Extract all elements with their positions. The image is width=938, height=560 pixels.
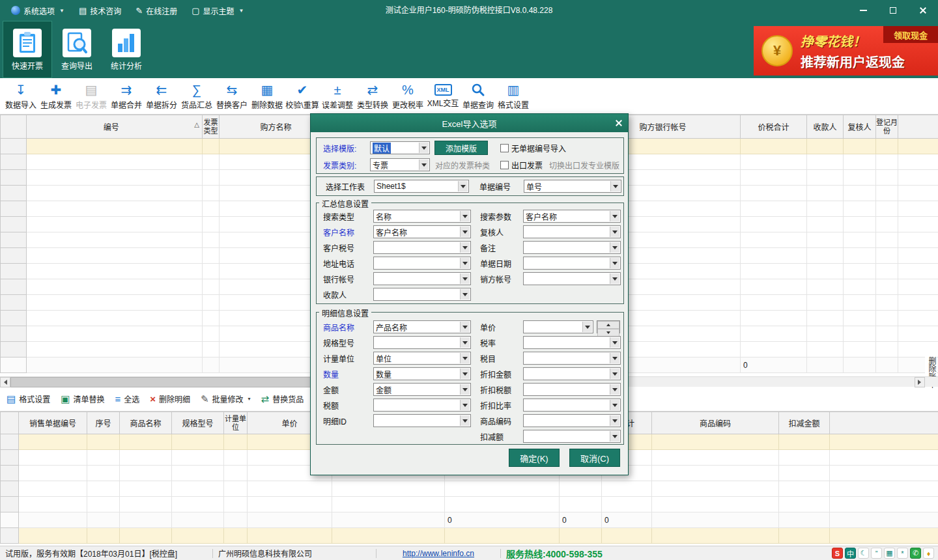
toolbar-item-error-adjust[interactable]: ±误差调整 xyxy=(320,79,354,113)
cancel-button[interactable]: 取消(C) xyxy=(569,449,620,467)
detail-replace-goods[interactable]: ⇄替换货品 xyxy=(261,393,304,404)
detail-field-combo[interactable] xyxy=(523,414,621,427)
toolbar-item-type-convert[interactable]: ⇄类型转换 xyxy=(356,79,390,113)
toolbar-query-export[interactable]: 查询导出 xyxy=(52,21,102,78)
sort-icon[interactable]: △ xyxy=(194,121,199,128)
scroll-right-button[interactable] xyxy=(915,377,925,387)
detail-list-replace[interactable]: ▣清单替换 xyxy=(61,393,104,404)
toolbox-icon[interactable]: * xyxy=(897,548,908,559)
col-spec-model[interactable]: 规格型号 xyxy=(172,412,224,434)
key-icon[interactable]: ♦ xyxy=(923,548,934,559)
menu-tech-support[interactable]: ▤ 技术咨询 xyxy=(72,0,128,21)
punctuation-icon[interactable]: ” xyxy=(871,548,882,559)
detail-format-settings[interactable]: ▤格式设置 xyxy=(7,393,50,404)
menu-system-options[interactable]: 系统选项 ▼ xyxy=(4,0,72,21)
col-sales-doc-no[interactable]: 销售单据编号 xyxy=(19,412,87,434)
minimize-button[interactable] xyxy=(848,0,878,21)
detail-field-combo[interactable]: 产品名称 xyxy=(373,320,471,333)
toolbar-item-doc-query[interactable]: 单据查询 xyxy=(461,79,495,113)
menu-display-theme[interactable]: ▢ 显示主题 ▼ xyxy=(184,0,251,21)
half-full-width-icon[interactable]: ☾ xyxy=(858,548,869,559)
keyboard-icon[interactable]: ▦ xyxy=(884,548,895,559)
col-reg-month[interactable]: 登记月份 xyxy=(876,115,898,139)
col-extra[interactable] xyxy=(830,412,938,434)
col-goods-code[interactable]: 商品编码 xyxy=(652,412,779,434)
summary-field-combo[interactable] xyxy=(373,272,471,285)
col-invoice-type[interactable]: 发票类型 xyxy=(203,115,220,139)
toolbar-item-split-docs[interactable]: ⇇单据拆分 xyxy=(145,79,178,113)
dialog-close-button[interactable] xyxy=(614,118,624,128)
detail-field-combo[interactable]: 数量 xyxy=(373,367,471,380)
table-row[interactable] xyxy=(1,497,938,512)
summary-field-combo[interactable] xyxy=(523,225,621,238)
col-extra[interactable] xyxy=(898,115,938,139)
toolbar-item-goods-summary[interactable]: ∑货品汇总 xyxy=(180,79,214,113)
spin-up-icon[interactable] xyxy=(597,321,619,329)
col-number[interactable]: 编号△ xyxy=(27,115,203,139)
template-combo[interactable]: 默认 xyxy=(370,141,430,154)
detail-field-combo[interactable] xyxy=(523,367,621,380)
col-selector[interactable] xyxy=(1,412,19,434)
ad-banner[interactable]: ¥ 挣零花钱！ 领取现金 推荐新用户返现金 xyxy=(754,26,938,76)
detail-field-combo[interactable] xyxy=(523,320,593,333)
toolbar-item-merge-docs[interactable]: ⇉单据合并 xyxy=(109,79,143,113)
summary-field-combo[interactable] xyxy=(373,288,471,301)
sogou-icon[interactable]: S xyxy=(832,548,843,559)
summary-field-combo[interactable]: 客户名称 xyxy=(523,210,621,223)
dialog-titlebar[interactable]: Excel导入选项 xyxy=(311,114,628,132)
col-selector[interactable] xyxy=(1,115,27,139)
worksheet-combo[interactable]: Sheet1$ xyxy=(374,180,469,193)
detail-field-combo[interactable] xyxy=(523,336,621,349)
detail-field-combo[interactable] xyxy=(523,383,621,396)
col-total[interactable]: 价税合计 xyxy=(741,115,807,139)
detail-field-combo[interactable] xyxy=(523,430,621,443)
detail-batch-edit[interactable]: ✎批量修改▾ xyxy=(201,393,251,404)
phone-icon[interactable]: ✆ xyxy=(910,548,921,559)
col-reviewer[interactable]: 复核人 xyxy=(844,115,876,139)
summary-field-combo[interactable] xyxy=(523,272,621,285)
chinese-mode-icon[interactable]: 中 xyxy=(845,548,856,559)
toolbar-item-data-import[interactable]: ↧数据导入 xyxy=(4,79,38,113)
maximize-button[interactable] xyxy=(878,0,908,21)
detail-field-combo[interactable]: 单位 xyxy=(373,352,471,365)
toolbar-item-create-invoice[interactable]: ✚生成发票 xyxy=(39,79,73,113)
summary-field-combo[interactable]: 名称 xyxy=(373,210,471,223)
col-unit[interactable]: 计量单位 xyxy=(224,412,248,434)
invoice-type-combo[interactable]: 专票 xyxy=(370,158,430,171)
toolbar-item-replace-customer[interactable]: ⇆替换客户 xyxy=(215,79,249,113)
toolbar-item-change-taxrate[interactable]: %更改税率 xyxy=(391,79,425,113)
detail-field-combo[interactable] xyxy=(373,399,471,412)
detail-field-combo[interactable]: 金额 xyxy=(373,383,471,396)
detail-field-combo[interactable] xyxy=(373,414,471,427)
summary-field-combo[interactable]: 客户名称 xyxy=(373,225,471,238)
docno-combo[interactable]: 单号 xyxy=(524,180,621,193)
col-deduct-amount[interactable]: 扣减金额 xyxy=(779,412,830,434)
unit-price-spinner[interactable] xyxy=(597,320,620,333)
detail-delete-detail[interactable]: ×删除明细 xyxy=(150,393,190,404)
summary-field-combo[interactable] xyxy=(523,257,621,270)
col-goods-name[interactable]: 商品名称 xyxy=(120,412,172,434)
summary-field-combo[interactable] xyxy=(523,241,621,254)
scroll-left-button[interactable] xyxy=(0,377,10,387)
col-seq-no[interactable]: 序号 xyxy=(87,412,120,434)
no-docno-checkbox[interactable] xyxy=(500,144,509,152)
toolbar-item-format-settings[interactable]: ▥格式设置 xyxy=(496,79,530,113)
add-template-button[interactable]: 添加模版 xyxy=(434,141,488,155)
detail-field-combo[interactable] xyxy=(523,399,621,412)
toolbar-quick-invoice[interactable]: 快速开票 xyxy=(3,21,52,78)
close-button[interactable] xyxy=(908,0,938,21)
toolbar-item-verify-recalc[interactable]: ✔校验\重算 xyxy=(285,79,319,113)
summary-field-combo[interactable] xyxy=(373,257,471,270)
menu-online-register[interactable]: ✎ 在线注册 xyxy=(128,0,184,21)
ad-badge[interactable]: 领取现金 xyxy=(883,26,938,43)
toolbar-item-delete-data[interactable]: ▦删除数据 xyxy=(250,79,284,113)
table-row[interactable] xyxy=(1,481,938,497)
ok-button[interactable]: 确定(K) xyxy=(509,449,560,467)
summary-field-combo[interactable] xyxy=(373,241,471,254)
website-link[interactable]: http://www.leninfo.cn xyxy=(377,549,500,558)
col-payee[interactable]: 收款人 xyxy=(807,115,844,139)
detail-field-combo[interactable] xyxy=(523,352,621,365)
table-row[interactable] xyxy=(1,528,938,544)
detail-field-combo[interactable] xyxy=(373,336,471,349)
toolbar-stats-analysis[interactable]: 统计分析 xyxy=(102,21,151,78)
